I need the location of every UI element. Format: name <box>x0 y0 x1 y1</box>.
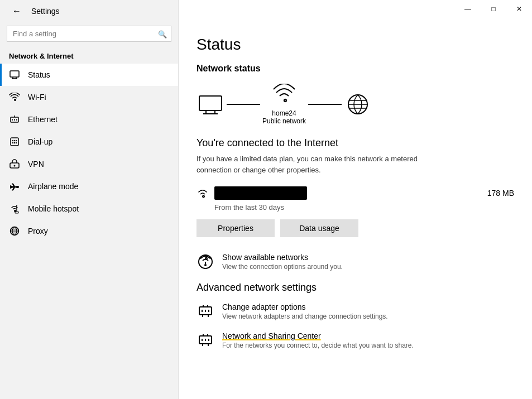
search-icon: 🔍 <box>158 30 167 38</box>
svg-point-10 <box>12 140 13 141</box>
svg-point-33 <box>204 264 207 266</box>
properties-button[interactable]: Properties <box>196 219 275 237</box>
svg-point-15 <box>16 142 17 143</box>
network-status-title: Network status <box>196 64 514 74</box>
sidebar-item-hotspot[interactable]: Mobile hotspot <box>0 198 178 220</box>
sidebar-title-label: Settings <box>31 7 60 16</box>
hotspot-icon <box>9 203 20 214</box>
computer-icon <box>196 93 224 116</box>
sharing-center-icon <box>196 331 214 349</box>
sidebar-item-hotspot-label: Mobile hotspot <box>28 204 79 213</box>
monitor-icon <box>9 69 20 80</box>
network-diagram: home24 Public network <box>196 84 514 125</box>
networks-icon <box>196 253 214 271</box>
sidebar: ← Settings 🔍 Network & Internet Status W… <box>0 0 179 399</box>
sidebar-item-airplane[interactable]: Airplane mode <box>0 175 178 198</box>
show-networks-row[interactable]: Show available networks View the connect… <box>196 253 514 271</box>
adapter-options-desc: View network adapters and change connect… <box>222 313 388 320</box>
computer-icon-wrap <box>196 93 224 116</box>
advanced-title: Advanced network settings <box>196 282 514 294</box>
sidebar-item-dialup-label: Dial-up <box>28 137 52 146</box>
search-input[interactable] <box>7 26 171 42</box>
data-usage-row: 178 MB <box>196 186 514 200</box>
sharing-center-row[interactable]: Network and Sharing Center For the netwo… <box>196 331 514 349</box>
svg-point-12 <box>16 140 17 141</box>
data-period: From the last 30 days <box>214 203 514 211</box>
sidebar-titlebar: ← Settings <box>0 0 178 22</box>
sidebar-item-wifi[interactable]: Wi-Fi <box>0 86 178 108</box>
svg-rect-0 <box>10 71 19 77</box>
vpn-icon <box>9 158 20 170</box>
svg-point-14 <box>14 142 15 143</box>
main-content: Status Network status <box>179 18 532 399</box>
globe-icon <box>344 93 372 116</box>
show-networks-title: Show available networks <box>222 253 343 262</box>
connected-desc: If you have a limited data plan, you can… <box>196 153 453 175</box>
sidebar-item-ethernet-label: Ethernet <box>28 115 57 124</box>
adapter-options-row[interactable]: Change adapter options View network adap… <box>196 302 514 320</box>
wifi-icon <box>9 92 20 103</box>
data-size: 178 MB <box>487 189 514 198</box>
connected-title: You're connected to the Internet <box>196 137 514 149</box>
sidebar-item-airplane-label: Airplane mode <box>28 182 78 191</box>
ethernet-icon <box>9 114 20 125</box>
sidebar-item-proxy-label: Proxy <box>28 227 48 235</box>
sidebar-item-status[interactable]: Status <box>0 64 178 86</box>
sharing-center-desc: For the networks you connect to, decide … <box>222 342 414 349</box>
svg-point-11 <box>14 140 15 141</box>
page-title: Status <box>196 36 514 54</box>
sidebar-item-proxy[interactable]: Proxy <box>0 220 178 242</box>
data-usage-button[interactable]: Data usage <box>280 219 358 237</box>
wifi-diagram-icon <box>272 84 296 106</box>
sidebar-item-vpn-label: VPN <box>28 160 44 169</box>
wifi-diagram-wrap: home24 Public network <box>262 84 306 125</box>
svg-point-17 <box>14 165 16 167</box>
sidebar-item-status-label: Status <box>28 70 50 79</box>
sidebar-item-dialup[interactable]: Dial-up <box>0 131 178 153</box>
svg-rect-19 <box>15 211 18 213</box>
svg-rect-24 <box>199 96 222 110</box>
sidebar-item-ethernet[interactable]: Ethernet <box>0 108 178 131</box>
svg-rect-9 <box>11 138 18 146</box>
airplane-icon <box>9 181 20 192</box>
sharing-center-title: Network and Sharing Center <box>222 331 414 340</box>
proxy-icon <box>9 225 20 237</box>
back-button[interactable]: ← <box>9 5 25 17</box>
line-2 <box>308 104 342 105</box>
svg-point-13 <box>12 142 13 143</box>
line-1 <box>227 104 260 105</box>
maximize-button[interactable]: □ <box>481 0 506 18</box>
adapter-options-title: Change adapter options <box>222 302 388 311</box>
section-label: Network & Internet <box>0 47 178 64</box>
search-container: 🔍 <box>0 22 178 47</box>
close-button[interactable]: ✕ <box>506 0 532 18</box>
wifi-small-icon <box>196 188 209 199</box>
dialup-icon <box>9 136 20 147</box>
network-name-redacted <box>214 186 307 200</box>
adapter-icon <box>196 302 214 320</box>
globe-icon-wrap <box>344 93 372 116</box>
action-buttons: Properties Data usage <box>196 219 514 237</box>
sidebar-item-wifi-label: Wi-Fi <box>28 93 46 102</box>
titlebar: — □ ✕ <box>179 0 532 18</box>
show-networks-desc: View the connection options around you. <box>222 263 343 271</box>
sidebar-item-vpn[interactable]: VPN <box>0 153 178 175</box>
network-name-label: home24 Public network <box>262 109 306 125</box>
minimize-button[interactable]: — <box>455 0 481 18</box>
